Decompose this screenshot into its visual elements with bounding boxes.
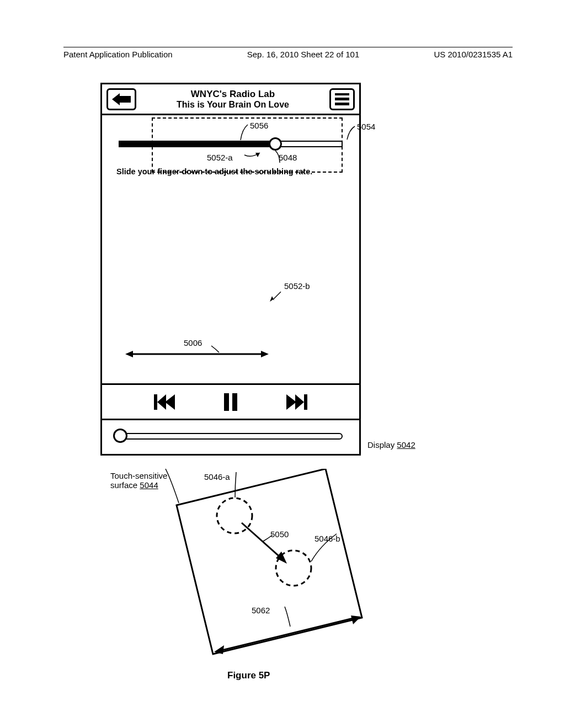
scrub-hint: Slide your finger down to adjust the scr… [116, 167, 312, 176]
header-right: US 2010/0231535 A1 [434, 50, 513, 59]
svg-marker-11 [286, 394, 296, 410]
device-display: WNYC's Radio Lab This is Your Brain On L… [100, 83, 361, 456]
ref-5048: 5048 [279, 153, 297, 162]
indicator-5052b [269, 290, 283, 304]
volume-row [102, 419, 359, 452]
svg-marker-8 [165, 394, 175, 410]
scrub-thumb[interactable] [269, 137, 282, 151]
leader-5056 [239, 124, 250, 142]
ref-5046a: 5046-a [204, 472, 230, 481]
ref-5056: 5056 [250, 121, 268, 130]
header-center: Sep. 16, 2010 Sheet 22 of 101 [247, 50, 360, 59]
ref-5054: 5054 [357, 122, 375, 131]
leader-5054 [346, 125, 357, 142]
podcast-title: WNYC's Radio Lab [141, 89, 325, 100]
menu-button[interactable] [329, 88, 355, 110]
svg-marker-7 [157, 394, 166, 410]
svg-line-17 [242, 523, 282, 559]
svg-marker-12 [295, 394, 304, 410]
header-left: Patent Application Publication [63, 50, 173, 59]
previous-button[interactable] [154, 393, 176, 411]
svg-rect-10 [232, 393, 237, 411]
ref-5052a: 5052-a [207, 153, 233, 162]
ref-5062: 5062 [252, 606, 270, 615]
next-button[interactable] [285, 393, 307, 411]
scrubber-area: 5056 5054 5052-a 5048 Slide your finger … [102, 115, 359, 179]
menu-icon [335, 93, 349, 96]
svg-marker-0 [112, 93, 131, 105]
horizontal-axis-arrow [125, 349, 269, 359]
svg-line-19 [220, 618, 355, 651]
figure-label: Figure 5P [227, 670, 270, 681]
content-area: 5052-b 5006 [102, 179, 359, 383]
pause-button[interactable] [224, 393, 237, 411]
page-header: Patent Application Publication Sep. 16, … [63, 47, 513, 59]
svg-marker-5 [261, 351, 269, 357]
volume-slider[interactable] [119, 433, 343, 440]
transport-controls [102, 383, 359, 419]
title-area: WNYC's Radio Lab This is Your Brain On L… [141, 89, 325, 110]
back-button[interactable] [106, 88, 136, 110]
ref-5046b: 5046-b [315, 534, 340, 543]
display-label: Display 5042 [367, 440, 415, 449]
back-arrow-icon [112, 93, 131, 105]
ref-5052b: 5052-b [284, 281, 310, 291]
svg-rect-9 [224, 393, 229, 411]
svg-marker-4 [125, 351, 133, 357]
title-bar: WNYC's Radio Lab This is Your Brain On L… [102, 84, 359, 115]
svg-rect-6 [154, 394, 157, 410]
svg-rect-13 [304, 394, 307, 410]
touch-surface-diagram [110, 469, 364, 673]
ref-5050: 5050 [270, 529, 289, 539]
leader-5052a [243, 152, 265, 159]
svg-marker-21 [351, 615, 361, 624]
volume-thumb[interactable] [113, 429, 127, 443]
ref-5006: 5006 [184, 338, 202, 347]
svg-marker-14 [177, 469, 362, 654]
scrub-progress [119, 141, 273, 147]
episode-title: This is Your Brain On Love [141, 100, 325, 110]
